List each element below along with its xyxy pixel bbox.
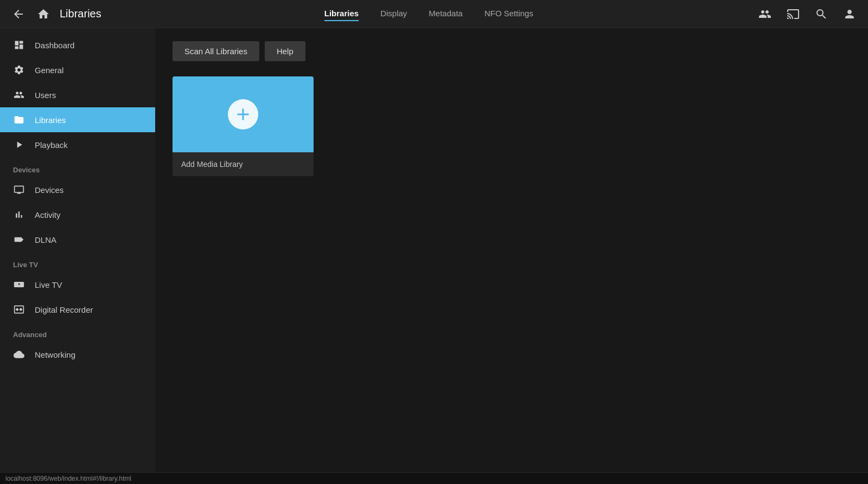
tab-libraries[interactable]: Libraries [324, 7, 359, 21]
profile-icon-button[interactable] [841, 5, 858, 23]
topbar-right [756, 5, 858, 23]
sidebar-item-general[interactable]: General [0, 57, 155, 82]
tab-nfo-settings[interactable]: NFO Settings [484, 7, 533, 21]
sidebar-item-digital-recorder-label: Digital Recorder [35, 305, 93, 314]
help-button[interactable]: Help [265, 41, 305, 61]
sidebar-item-libraries[interactable]: Libraries [0, 107, 155, 132]
sidebar-item-dashboard-label: Dashboard [35, 41, 74, 50]
topbar-left: Libraries [10, 5, 101, 23]
add-media-library-card[interactable]: Add Media Library [173, 76, 314, 176]
play-icon [13, 139, 25, 151]
svg-rect-0 [15, 237, 22, 242]
sidebar-item-devices-label: Devices [35, 185, 63, 195]
tv-icon [13, 184, 25, 196]
scan-all-libraries-button[interactable]: Scan All Libraries [173, 41, 259, 61]
gear-icon [13, 64, 25, 76]
add-media-library-image [173, 76, 314, 152]
sidebar-item-dlna-label: DLNA [35, 235, 56, 244]
section-livetv: Live TV [0, 252, 155, 272]
main-content: Scan All Libraries Help Add Media Librar… [155, 28, 868, 484]
recorder-icon [13, 304, 25, 315]
sidebar-item-devices[interactable]: Devices [0, 177, 155, 202]
status-url: localhost:8096/web/index.html#!/library.… [5, 475, 131, 482]
plus-icon [233, 105, 253, 124]
sidebar-item-playback[interactable]: Playback [0, 132, 155, 157]
cast-icon-button[interactable] [784, 5, 802, 23]
folder-icon [13, 114, 25, 126]
section-devices: Devices [0, 157, 155, 177]
sidebar-item-livetv[interactable]: Live TV [0, 272, 155, 297]
sidebar-item-livetv-label: Live TV [35, 280, 62, 289]
sidebar-item-networking-label: Networking [35, 350, 75, 359]
sidebar-item-activity[interactable]: Activity [0, 202, 155, 227]
sidebar-item-digital-recorder[interactable]: Digital Recorder [0, 297, 155, 322]
sidebar-item-users-label: Users [35, 91, 56, 100]
tab-display[interactable]: Display [380, 7, 407, 21]
section-advanced: Advanced [0, 322, 155, 342]
users-icon [13, 89, 25, 101]
sidebar-item-general-label: General [35, 66, 63, 75]
library-grid: Add Media Library [173, 76, 851, 176]
add-media-library-label: Add Media Library [173, 152, 314, 176]
tab-metadata[interactable]: Metadata [429, 7, 463, 21]
sidebar-item-dashboard[interactable]: Dashboard [0, 33, 155, 57]
dashboard-icon [13, 39, 25, 51]
search-icon-button[interactable] [813, 5, 830, 23]
cloud-icon [13, 349, 25, 360]
home-button[interactable] [35, 5, 52, 23]
sidebar: Dashboard General Users Libraries [0, 28, 155, 484]
sidebar-item-users[interactable]: Users [0, 82, 155, 107]
sidebar-item-libraries-label: Libraries [35, 115, 66, 125]
action-bar: Scan All Libraries Help [173, 41, 851, 61]
dlna-icon [13, 234, 25, 246]
layout: Dashboard General Users Libraries [0, 28, 868, 484]
topbar-nav: Libraries Display Metadata NFO Settings [101, 7, 756, 21]
livetv-icon [13, 279, 25, 291]
sidebar-item-activity-label: Activity [35, 210, 61, 220]
bar-chart-icon [13, 209, 25, 221]
plus-circle [228, 99, 258, 130]
sidebar-item-networking[interactable]: Networking [0, 342, 155, 367]
users-icon-button[interactable] [756, 5, 774, 23]
back-button[interactable] [10, 5, 27, 23]
topbar: Libraries Libraries Display Metadata NFO… [0, 0, 868, 28]
page-title: Libraries [60, 8, 101, 20]
sidebar-item-dlna[interactable]: DLNA [0, 227, 155, 252]
sidebar-item-playback-label: Playback [35, 140, 68, 150]
statusbar: localhost:8096/web/index.html#!/library.… [0, 472, 868, 484]
